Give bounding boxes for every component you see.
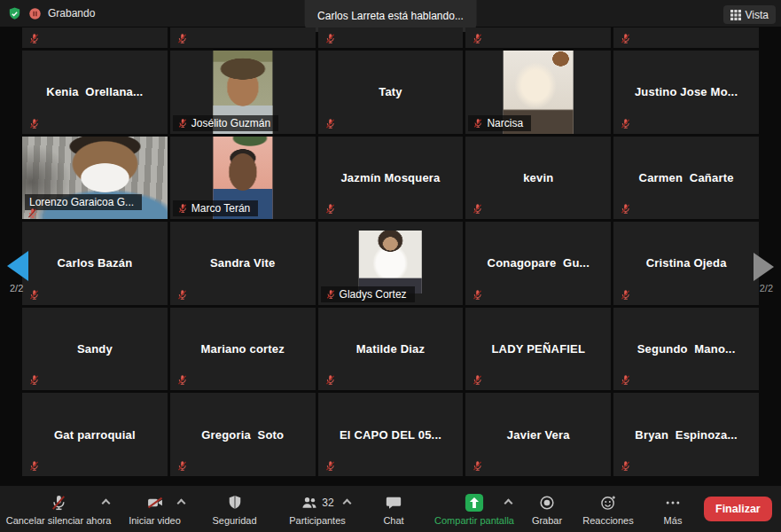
participant-name: Segundo Mano... [637, 342, 736, 356]
next-page-arrow[interactable] [754, 253, 774, 281]
chat-button[interactable]: Chat [358, 486, 429, 532]
participant-tile[interactable]: Segundo Mano... [613, 308, 759, 391]
mic-muted-icon [472, 289, 483, 301]
meeting-toolbar: Cancelar silenciar ahora Iniciar video S… [0, 486, 781, 532]
mic-muted-icon [324, 33, 336, 44]
chevron-up-icon[interactable] [343, 498, 352, 507]
mic-muted-icon [472, 460, 483, 472]
previous-page-arrow[interactable] [7, 251, 28, 281]
mic-muted-icon [324, 374, 336, 386]
participant-tile[interactable]: Carlos Bazán [22, 222, 168, 305]
recording-indicator: Grabando [7, 0, 95, 27]
participant-tile[interactable]: Jazmín Mosquera [318, 137, 464, 220]
security-button[interactable]: Seguridad [192, 486, 277, 532]
participant-tile[interactable]: Kenia Orellana... [22, 51, 168, 134]
participant-name: Javier Vera [507, 428, 570, 442]
more-button[interactable]: Más [642, 486, 704, 532]
more-label: Más [664, 515, 683, 526]
mic-muted-icon [472, 203, 483, 215]
chevron-up-icon[interactable] [504, 498, 513, 507]
record-icon [538, 494, 556, 512]
participants-label: Participantes [289, 515, 346, 526]
mic-muted-icon [324, 118, 336, 129]
participant-tile[interactable]: Javier Vera [465, 393, 611, 476]
mic-muted-icon [27, 207, 38, 219]
chevron-up-icon[interactable] [177, 498, 186, 507]
participant-tile[interactable]: Mariano cortez [170, 308, 316, 391]
mic-muted-icon [472, 33, 483, 44]
mic-muted-icon [28, 460, 40, 472]
participant-name: Matilde Diaz [356, 342, 426, 356]
mic-muted-icon [28, 118, 40, 129]
participant-name: Sandra Vite [210, 256, 276, 270]
share-screen-icon [465, 493, 484, 512]
participant-name: Marco Terán [191, 202, 250, 215]
view-label: Vista [746, 9, 769, 21]
mic-muted-icon [176, 289, 188, 301]
participant-name: Josélito Guzmán [191, 117, 270, 129]
start-video-label: Iniciar video [129, 515, 181, 526]
recording-pause-icon[interactable] [28, 7, 42, 20]
chat-label: Chat [383, 515, 403, 526]
participant-tile[interactable]: kevin [465, 137, 611, 220]
participant-name: Narcisa [487, 117, 523, 129]
participant-tile-video[interactable]: Josélito Guzmán [170, 51, 316, 134]
participant-name: Kenia Orellana... [46, 85, 143, 98]
mic-muted-icon [177, 203, 188, 214]
participant-tile-partial [465, 27, 611, 48]
participant-name: kevin [523, 171, 553, 184]
participant-tile[interactable]: Carmen Cañarte [613, 137, 759, 220]
participant-name-label: Lorenzo Garaicoa G... [25, 194, 142, 210]
reactions-button[interactable]: Reacciones [574, 486, 642, 532]
participant-tile[interactable]: LADY PEÑAFIEL [465, 308, 611, 391]
page-indicator-right: 2/2 [760, 283, 773, 293]
share-screen-button[interactable]: Compartir pantalla [429, 486, 519, 532]
participant-tile-partial [170, 27, 316, 48]
participant-tile[interactable]: Matilde Diaz [318, 308, 464, 391]
mic-muted-icon [176, 460, 188, 472]
reactions-smiley-icon [599, 494, 617, 512]
participant-tile-video[interactable]: Lorenzo Garaicoa G... [22, 137, 168, 220]
mic-muted-icon [28, 289, 40, 301]
participant-name: Taty [379, 85, 402, 98]
start-video-button[interactable]: Iniciar video [117, 486, 192, 532]
participant-grid: Kenia Orellana... Josélito Guzmán Taty N… [22, 51, 759, 476]
participant-tile[interactable]: Sandra Vite [170, 222, 316, 305]
participant-tile-video[interactable]: Marco Terán [170, 137, 316, 220]
participants-button[interactable]: 32 Participantes [277, 486, 358, 532]
participant-tile[interactable]: Sandy [22, 308, 168, 391]
recording-label: Grabando [48, 7, 95, 20]
participant-tile[interactable]: Gat parroquial [22, 393, 168, 476]
participant-name-label: Josélito Guzmán [173, 115, 278, 131]
participants-count: 32 [322, 497, 333, 509]
participant-tile[interactable]: Gregoria Soto [170, 393, 316, 476]
participant-name: Justino Jose Mo... [635, 85, 738, 98]
share-screen-label: Compartir pantalla [434, 515, 514, 526]
participant-tile-video[interactable]: Narcisa [465, 51, 611, 134]
zoom-meeting-window: Grabando Carlos Larreta está hablando...… [0, 0, 781, 532]
reactions-label: Reacciones [582, 515, 633, 526]
participant-tile[interactable]: Cristina Ojeda [613, 222, 759, 305]
security-label: Seguridad [212, 515, 256, 526]
participant-tile[interactable]: Taty [318, 51, 464, 134]
participant-tile[interactable]: Conagopare Gu... [465, 222, 611, 305]
participant-tile-partial [22, 27, 168, 48]
participant-name: Conagopare Gu... [488, 256, 590, 270]
unmute-label: Cancelar silenciar ahora [6, 515, 112, 526]
participant-tile-video[interactable]: Gladys Cortez [318, 222, 464, 305]
participant-name: Cristina Ojeda [646, 256, 727, 270]
participant-tile[interactable]: Justino Jose Mo... [613, 51, 759, 134]
record-button[interactable]: Grabar [519, 486, 574, 532]
participant-tile[interactable]: Bryan Espinoza... [613, 393, 759, 476]
participant-tile[interactable]: El CAPO DEL 05... [318, 393, 464, 476]
unmute-button[interactable]: Cancelar silenciar ahora [0, 486, 117, 532]
record-label: Grabar [532, 515, 562, 526]
clipped-tile-row [22, 27, 759, 48]
chevron-up-icon[interactable] [102, 498, 111, 507]
end-meeting-button[interactable]: Finalizar [704, 497, 772, 521]
participant-name-label: Marco Terán [173, 200, 258, 216]
view-button[interactable]: Vista [723, 5, 776, 24]
top-bar: Grabando Carlos Larreta está hablando...… [0, 0, 781, 27]
participant-tile-partial [318, 27, 464, 48]
participant-name: Carlos Bazán [58, 256, 133, 270]
